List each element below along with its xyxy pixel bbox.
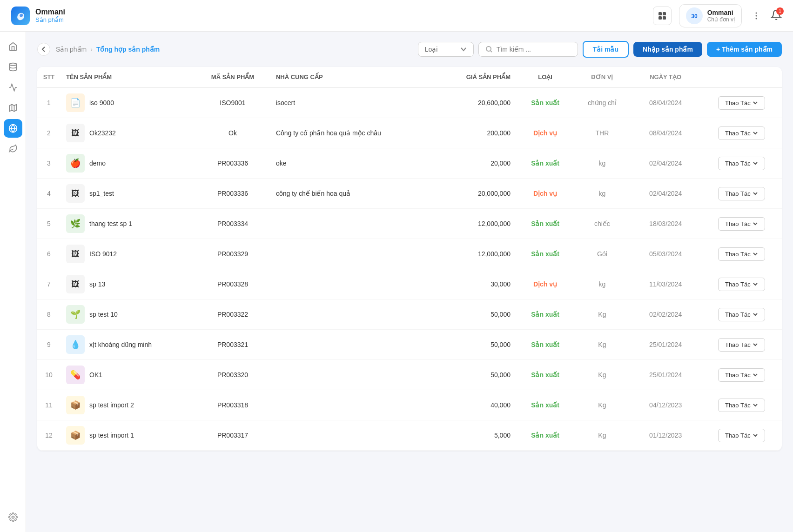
cell-ma: PR003336 [195,179,270,209]
cell-ncc: Công ty cổ phần hoa quả mộc châu [270,118,432,148]
sidebar-item-map[interactable] [4,99,22,117]
cell-gia: 20,600,000 [432,87,516,118]
cell-loai: Dịch vụ [516,118,574,148]
cell-donvi: chứng chỉ [574,87,630,118]
sidebar-item-home[interactable] [4,37,22,56]
cell-ten: 💊 OK1 [60,360,195,390]
cell-ngay: 01/12/2023 [630,420,701,451]
svg-point-16 [486,47,491,51]
avatar: 30 [686,7,703,24]
action-button[interactable]: Thao Tác [718,96,765,110]
nhap-san-pham-button[interactable]: Nhập sản phẩm [633,42,702,57]
sidebar-item-settings[interactable] [4,508,22,526]
them-san-pham-button[interactable]: + Thêm sản phẩm [707,42,782,57]
action-button[interactable]: Thao Tác [718,338,765,352]
svg-point-9 [9,63,16,66]
sidebar-item-products[interactable] [4,119,22,138]
search-box [478,42,578,57]
user-role: Chủ đơn vị [707,16,735,23]
cell-ten: 🌱 sp test 10 [60,299,195,330]
cell-ncc [270,330,432,360]
sidebar-item-database[interactable] [4,58,22,76]
cell-stt: 12 [37,420,60,451]
cell-action: Thao Tác [701,239,782,269]
cell-donvi: Kg [574,299,630,330]
cell-stt: 2 [37,118,60,148]
cell-gia: 40,000 [432,390,516,420]
table-row: 5 🌿 thang test sp 1 PR003334 12,000,000 … [37,209,782,239]
cell-stt: 11 [37,390,60,420]
table-row: 1 📄 iso 9000 ISO9001 isocert 20,600,000 … [37,87,782,118]
col-header-action [701,67,782,87]
sidebar-item-chart[interactable] [4,78,22,97]
sidebar-item-leaf[interactable] [4,140,22,158]
cell-ma: PR003322 [195,299,270,330]
cell-ngay: 05/03/2024 [630,239,701,269]
app-logo [11,7,30,25]
cell-loai: Sản xuất [516,209,574,239]
table-header: STT TÊN SẢN PHẨM MÃ SẢN PHẨM NHÀ CUNG CẤ… [37,67,782,87]
cell-donvi: Kg [574,390,630,420]
cell-ten: 🖼 sp 13 [60,269,195,299]
cell-ngay: 02/04/2024 [630,148,701,179]
col-header-ma: MÃ SẢN PHẨM [195,67,270,87]
more-options-button[interactable] [749,9,763,23]
cell-ma: PR003321 [195,330,270,360]
table-row: 8 🌱 sp test 10 PR003322 50,000 Sản xuất … [37,299,782,330]
cell-gia: 20,000 [432,148,516,179]
sub-header: Sản phẩm › Tổng hợp sản phẩm Loại Tải mẫ… [37,41,782,58]
product-table-container: STT TÊN SẢN PHẨM MÃ SẢN PHẨM NHÀ CUNG CẤ… [37,67,782,451]
svg-point-6 [756,12,757,13]
action-button[interactable]: Thao Tác [718,217,765,231]
cell-ten: 📦 sp test import 1 [60,420,195,451]
action-button[interactable]: Thao Tác [718,247,765,261]
cell-donvi: Gói [574,239,630,269]
cell-ncc [270,269,432,299]
breadcrumb-parent[interactable]: Sản phẩm [56,46,87,53]
cell-stt: 1 [37,87,60,118]
cell-ncc [270,420,432,451]
cell-ten: 🌿 thang test sp 1 [60,209,195,239]
col-header-gia: GIÁ SẢN PHẨM [432,67,516,87]
action-button[interactable]: Thao Tác [718,157,765,170]
breadcrumb-current: Tổng hợp sản phẩm [96,46,160,53]
cell-loai: Sản xuất [516,360,574,390]
cell-loai: Sản xuất [516,420,574,451]
action-button[interactable]: Thao Tác [718,126,765,140]
action-button[interactable]: Thao Tác [718,399,765,412]
notification-button[interactable]: 1 [771,9,782,22]
cell-stt: 9 [37,330,60,360]
cell-ngay: 18/03/2024 [630,209,701,239]
cell-donvi: kg [574,269,630,299]
user-card[interactable]: 30 Ommani Chủ đơn vị [679,4,742,27]
svg-rect-2 [659,16,662,20]
cell-gia: 50,000 [432,360,516,390]
cell-action: Thao Tác [701,390,782,420]
action-button[interactable]: Thao Tác [718,429,765,442]
action-button[interactable]: Thao Tác [718,187,765,200]
cell-ten: 🖼 Ok23232 [60,118,195,148]
cell-donvi: chiếc [574,209,630,239]
action-button[interactable]: Thao Tác [718,278,765,291]
cell-gia: 12,000,000 [432,239,516,269]
table-row: 11 📦 sp test import 2 PR003318 40,000 Sả… [37,390,782,420]
cell-ngay: 11/03/2024 [630,269,701,299]
cell-loai: Dịch vụ [516,269,574,299]
action-button[interactable]: Thao Tác [718,368,765,382]
loai-filter[interactable]: Loại [418,42,474,57]
cell-stt: 8 [37,299,60,330]
table-row: 3 🍎 demo PR003336 oke 20,000 Sản xuất kg… [37,148,782,179]
col-header-loai: LOẠI [516,67,574,87]
grid-view-button[interactable] [653,7,672,25]
cell-action: Thao Tác [701,420,782,451]
search-input[interactable] [497,46,571,53]
table-row: 12 📦 sp test import 1 PR003317 5,000 Sản… [37,420,782,451]
back-button[interactable] [37,43,50,56]
col-header-stt: STT [37,67,60,87]
action-button[interactable]: Thao Tác [718,308,765,321]
table-row: 9 💧 xịt khoáng dũng minh PR003321 50,000… [37,330,782,360]
app-subtitle: Sản phẩm [35,16,65,23]
svg-text:30: 30 [691,13,698,20]
main-content: Sản phẩm › Tổng hợp sản phẩm Loại Tải mẫ… [26,32,793,532]
tai-mau-button[interactable]: Tải mẫu [583,41,629,58]
